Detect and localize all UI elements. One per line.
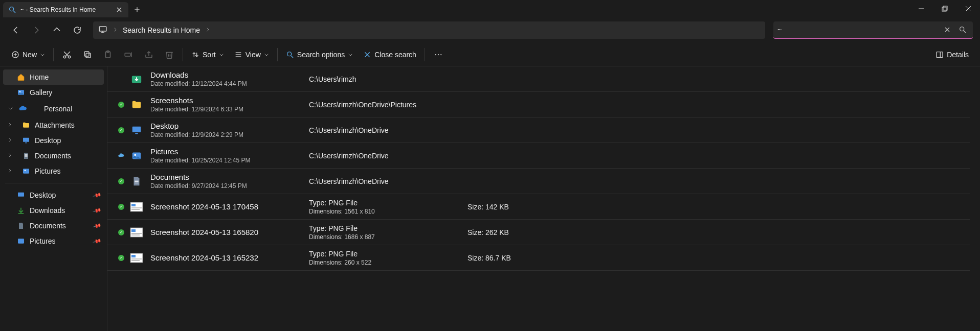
- result-path-or-type: C:\Users\rimzh\OneDrive: [309, 126, 467, 134]
- result-date-modified: Date modified: 12/9/2024 6:33 PM: [150, 106, 309, 113]
- titlebar-drag[interactable]: [146, 0, 909, 17]
- downloads-icon: [16, 206, 26, 215]
- result-main: Screenshot 2024-05-13 165232: [150, 253, 309, 262]
- minimize-button[interactable]: [909, 0, 933, 17]
- search-options-button[interactable]: Search options: [281, 46, 358, 63]
- clear-search-button[interactable]: [941, 23, 953, 36]
- chevron-right-icon[interactable]: [6, 153, 13, 159]
- new-button[interactable]: New: [6, 46, 50, 63]
- result-dimensions: Dimensions: 1686 x 887: [309, 233, 467, 241]
- new-tab-button[interactable]: [128, 2, 146, 17]
- chevron-right-icon[interactable]: [205, 26, 210, 35]
- sidebar-quick-desktop[interactable]: Desktop 📌: [3, 187, 104, 203]
- new-label: New: [23, 51, 37, 59]
- result-row[interactable]: ✓ Screenshots Date modified: 12/9/2024 6…: [107, 92, 970, 117]
- sync-status-icon: ✓: [115, 204, 128, 210]
- svg-point-45: [440, 54, 441, 55]
- svg-point-43: [435, 54, 436, 55]
- result-row[interactable]: Pictures Date modified: 10/25/2024 12:45…: [107, 143, 970, 169]
- svg-line-17: [964, 31, 966, 33]
- sync-status-icon: [115, 152, 128, 159]
- up-button[interactable]: [48, 21, 65, 39]
- result-size: Size: 86.7 KB: [467, 254, 600, 262]
- more-button[interactable]: [428, 46, 449, 63]
- sidebar-quick-documents[interactable]: Documents 📌: [3, 218, 104, 233]
- delete-button[interactable]: [159, 46, 180, 63]
- search-icon: [8, 6, 16, 14]
- result-row[interactable]: ✓ Screenshot 2024-05-13 165232 Type: PNG…: [107, 245, 970, 271]
- sidebar-item-pictures[interactable]: Pictures: [3, 163, 104, 179]
- chevron-right-icon[interactable]: [6, 122, 13, 128]
- maximize-button[interactable]: [933, 0, 956, 17]
- desktop-icon: [21, 136, 31, 145]
- svg-point-16: [960, 27, 964, 31]
- sidebar-item-documents[interactable]: Documents: [3, 148, 104, 163]
- tab-close-button[interactable]: [115, 6, 123, 14]
- rename-button[interactable]: [118, 46, 139, 63]
- result-date-modified: Date modified: 10/25/2024 12:45 PM: [150, 157, 309, 164]
- back-button[interactable]: [7, 21, 25, 39]
- result-row[interactable]: ✓ Documents Date modified: 9/27/2024 12:…: [107, 169, 970, 194]
- sidebar-item-gallery[interactable]: Gallery: [3, 85, 104, 100]
- close-window-button[interactable]: [956, 0, 980, 17]
- chevron-down-icon[interactable]: [7, 106, 14, 112]
- result-name: Pictures: [150, 147, 309, 156]
- results-list[interactable]: Downloads Date modified: 12/12/2024 4:44…: [107, 66, 980, 331]
- toolbar: New Sort View Search options Close searc…: [0, 43, 980, 66]
- svg-rect-55: [23, 169, 29, 173]
- item-type-icon: [128, 147, 145, 164]
- chevron-right-icon[interactable]: [113, 26, 118, 35]
- result-size: Size: 262 KB: [467, 228, 600, 237]
- result-main: Downloads Date modified: 12/12/2024 4:44…: [150, 70, 309, 87]
- close-search-button[interactable]: Close search: [358, 46, 421, 63]
- cut-button[interactable]: [57, 46, 77, 63]
- svg-rect-46: [937, 52, 943, 57]
- item-type-icon: [128, 198, 145, 216]
- sidebar-item-attachments[interactable]: Attachments: [3, 117, 104, 133]
- paste-button[interactable]: [98, 46, 118, 63]
- refresh-button[interactable]: [69, 21, 86, 39]
- result-row[interactable]: Downloads Date modified: 12/12/2024 4:44…: [107, 66, 970, 92]
- desktop-icon: [16, 191, 26, 200]
- address-bar[interactable]: Search Results in Home: [93, 21, 765, 39]
- sidebar-label: Downloads: [30, 206, 65, 215]
- sidebar-item-desktop[interactable]: Desktop: [3, 133, 104, 148]
- copy-button[interactable]: [77, 46, 98, 63]
- result-row[interactable]: ✓ Screenshot 2024-05-13 170458 Type: PNG…: [107, 194, 970, 220]
- result-date-modified: Date modified: 9/27/2024 12:45 PM: [150, 182, 309, 190]
- search-input[interactable]: [777, 26, 938, 34]
- tab-active[interactable]: ~ - Search Results in Home: [3, 2, 128, 17]
- search-box[interactable]: [773, 21, 973, 39]
- chevron-right-icon[interactable]: [6, 137, 13, 144]
- result-col3: Size: 262 KB: [467, 228, 600, 237]
- svg-rect-50: [23, 138, 29, 142]
- details-label: Details: [947, 51, 969, 59]
- svg-rect-53: [25, 155, 27, 156]
- share-button[interactable]: [139, 46, 159, 63]
- view-button[interactable]: View: [229, 46, 274, 63]
- result-row[interactable]: ✓ Desktop Date modified: 12/9/2024 2:29 …: [107, 117, 970, 143]
- result-date-modified: Date modified: 12/12/2024 4:44 PM: [150, 80, 309, 87]
- chevron-right-icon[interactable]: [6, 168, 13, 174]
- svg-rect-7: [942, 7, 946, 11]
- search-submit-button[interactable]: [956, 23, 969, 36]
- sidebar-item-personal[interactable]: Personal: [3, 100, 104, 117]
- result-row[interactable]: ✓ Screenshot 2024-05-13 165820 Type: PNG…: [107, 220, 970, 245]
- result-name: Screenshot 2024-05-13 165820: [150, 228, 309, 237]
- monitor-icon: [98, 25, 107, 36]
- pictures-icon: [21, 167, 31, 176]
- separator: [5, 183, 102, 183]
- sidebar-quick-pictures[interactable]: Pictures 📌: [3, 233, 104, 249]
- details-pane-button[interactable]: Details: [930, 46, 974, 63]
- result-main: Pictures Date modified: 10/25/2024 12:45…: [150, 147, 309, 164]
- sidebar: Home Gallery Personal Attachments: [0, 66, 107, 331]
- sidebar-label: Documents: [30, 222, 66, 230]
- result-main: Desktop Date modified: 12/9/2024 2:29 PM: [150, 122, 309, 138]
- forward-button[interactable]: [28, 21, 45, 39]
- svg-rect-75: [131, 233, 142, 234]
- sidebar-item-home[interactable]: Home: [3, 69, 104, 85]
- sidebar-quick-downloads[interactable]: Downloads 📌: [3, 203, 104, 218]
- sort-button[interactable]: Sort: [186, 46, 229, 63]
- sync-status-icon: ✓: [115, 178, 128, 184]
- sidebar-label: Gallery: [30, 88, 52, 97]
